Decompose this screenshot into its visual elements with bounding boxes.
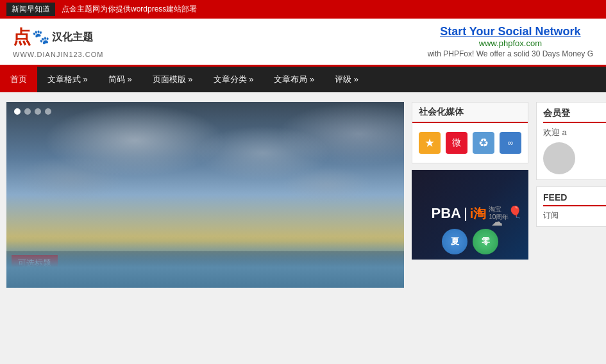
ad-pba-text: PBA	[432, 205, 461, 222]
phpfox-url: www.phpfox.com	[428, 38, 593, 48]
logo-dian: 点	[13, 25, 31, 49]
ad-summer-text: 夏	[451, 236, 459, 247]
main-slider: 可选标题 可选说明文本	[6, 102, 404, 288]
logo-paw-icon: 🐾	[32, 29, 49, 46]
nav-item-rating[interactable]: 评级 »	[324, 67, 369, 92]
ad-circle-summer[interactable]: 夏	[442, 229, 467, 254]
top-bar: 新闻早知道 点金主题网为你提供wordpress建站部署	[0, 0, 606, 19]
header-right: Start Your Social Network www.phpfox.com…	[428, 25, 593, 58]
logo-url: WWW.DIANJIN123.COM	[13, 51, 103, 58]
member-section: 会员登 欢迎 a	[536, 102, 606, 180]
feed-section: FEED 订阅	[536, 186, 606, 227]
middle-sidebar: 社会化媒体 ★ 微 ♻ ∞ PBA | i淘 淘宝10周年	[412, 102, 528, 288]
social-media-section: 社会化媒体 ★ 微 ♻ ∞	[412, 102, 528, 163]
member-avatar	[543, 142, 575, 174]
ad-bottom-circles: 夏 零	[412, 229, 528, 254]
logo-main: 点 🐾 汉化主题	[13, 25, 93, 49]
ad-circle-zero[interactable]: 零	[473, 229, 498, 254]
right-sidebar: 会员登 欢迎 a FEED 订阅	[536, 102, 606, 288]
slider-image: 可选标题 可选说明文本	[6, 102, 404, 288]
slider-dot-1[interactable]	[14, 108, 21, 115]
nav-item-article-category[interactable]: 文章分类 »	[203, 67, 264, 92]
feed-title: FEED	[543, 192, 606, 206]
nav-bar: 首页 文章格式 » 简码 » 页面模版 » 文章分类 » 文章布局 » 评级 »	[0, 67, 606, 92]
cityscape	[6, 249, 404, 288]
content-area: 可选标题 可选说明文本 社会化媒体 ★ 微 ♻ ∞ PBA	[0, 92, 606, 297]
slider-dot-2[interactable]	[24, 108, 31, 115]
nav-item-page-template[interactable]: 页面模版 »	[142, 67, 203, 92]
social-icon-star[interactable]: ★	[419, 132, 441, 154]
nav-item-home[interactable]: 首页	[0, 67, 37, 92]
nav-item-article-layout[interactable]: 文章布局 »	[264, 67, 324, 92]
header: 点 🐾 汉化主题 WWW.DIANJIN123.COM Start Your S…	[0, 19, 606, 67]
ad-zero-text: 零	[482, 236, 490, 247]
slider-subtitle: 可选说明文本	[12, 273, 404, 284]
social-network-link[interactable]: Start Your Social Network	[440, 25, 580, 38]
slider-caption: 可选标题 可选说明文本	[6, 251, 404, 288]
social-icon-weibo[interactable]: 微	[446, 132, 467, 154]
feed-subscribe: 订阅	[543, 210, 606, 221]
ad-balloon-icon: 🎈	[508, 206, 522, 219]
logo-area: 点 🐾 汉化主题 WWW.DIANJIN123.COM	[13, 25, 103, 58]
nav-item-article-format[interactable]: 文章格式 »	[37, 67, 98, 92]
ad-banner[interactable]: PBA | i淘 淘宝10周年 🎈 ☁ 夏 零	[412, 170, 528, 260]
slider-dot-3[interactable]	[35, 108, 41, 115]
slider-dot-4[interactable]	[45, 108, 51, 115]
header-tagline: with PHPFox! We offer a solid 30 Days Mo…	[428, 49, 593, 58]
ad-taobao-icon: i淘	[470, 205, 487, 222]
social-icons: ★ 微 ♻ ∞	[419, 128, 521, 158]
nav-item-shortcode[interactable]: 简码 »	[98, 67, 142, 92]
top-bar-news-tag: 新闻早知道	[6, 3, 55, 16]
top-bar-news-text: 点金主题网为你提供wordpress建站部署	[62, 4, 197, 15]
logo-hanhua: 汉化主题	[52, 31, 93, 44]
social-icon-qq[interactable]: ♻	[473, 132, 494, 154]
social-media-body: ★ 微 ♻ ∞	[412, 123, 528, 163]
slider-dots	[14, 108, 51, 115]
social-media-title: 社会化媒体	[412, 103, 528, 123]
member-welcome: 欢迎 a	[543, 127, 606, 138]
member-title: 会员登	[543, 108, 606, 123]
social-icon-renren[interactable]: ∞	[500, 132, 521, 154]
slider-title-button[interactable]: 可选标题	[12, 255, 58, 272]
